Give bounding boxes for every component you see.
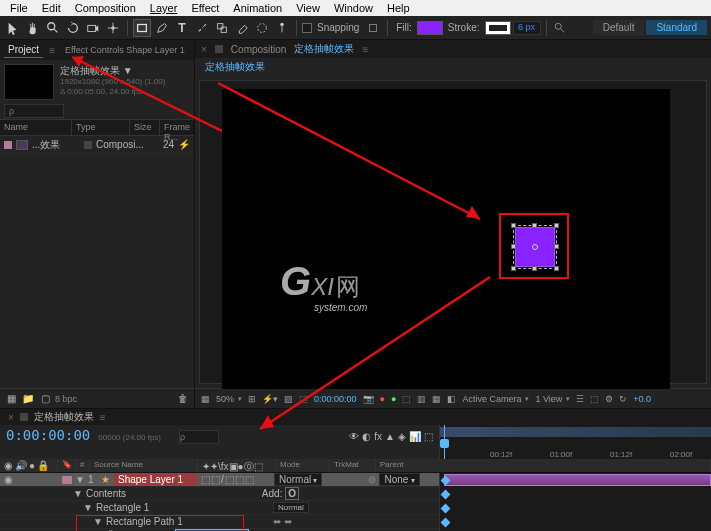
exposure-reset-icon[interactable]: ↻ — [619, 394, 627, 404]
rotate-tool-icon[interactable] — [64, 19, 82, 37]
hand-tool-icon[interactable] — [24, 19, 42, 37]
workspace-standard[interactable]: Standard — [646, 20, 707, 35]
eraser-tool-icon[interactable] — [233, 19, 251, 37]
menu-effect[interactable]: Effect — [185, 2, 225, 14]
contents-row[interactable]: ▼ Contents Add: O — [0, 487, 439, 501]
menu-file[interactable]: File — [4, 2, 34, 14]
channel-g-icon[interactable]: ● — [391, 394, 396, 404]
view-opt1-icon[interactable]: ☰ — [576, 394, 584, 404]
timeline-timecode[interactable]: 0:00:00:00 — [6, 427, 90, 443]
stroke-width-input[interactable]: 6 px — [513, 21, 541, 35]
guides-icon[interactable]: ▥ — [417, 394, 426, 404]
col-source[interactable]: Source Name — [90, 459, 198, 472]
layer-row[interactable]: ◉ ▼ 1 ★ Shape Layer 1 ⬚⬚/⬚⬚⬚ Normal ▾ ⊚ … — [0, 473, 439, 487]
rectpath1-row[interactable]: ▼ Rectangle Path 1 ⬌ ⬌ — [0, 515, 439, 529]
col-name[interactable]: Name — [0, 120, 72, 135]
stroke-swatch[interactable] — [485, 21, 511, 35]
camera-tool-icon[interactable] — [84, 19, 102, 37]
add-button[interactable]: Add: O — [262, 488, 299, 499]
roi-icon[interactable]: ⬚ — [402, 394, 411, 404]
grid-toggle-icon[interactable]: ▦ — [432, 394, 441, 404]
tl-3d-icon[interactable]: ◈ — [398, 431, 406, 442]
views-dropdown[interactable]: 1 View — [535, 394, 570, 404]
zoom-dropdown[interactable]: 50% — [216, 394, 242, 404]
view-opt3-icon[interactable]: ⚙ — [605, 394, 613, 404]
search-icon[interactable] — [552, 21, 568, 35]
svg-rect-8 — [221, 27, 226, 32]
col-size[interactable]: Size — [130, 120, 160, 135]
tl-aa-icon[interactable]: ▲ — [385, 431, 395, 442]
col-parent[interactable]: Parent — [376, 459, 711, 472]
grid-icon[interactable]: ▦ — [201, 394, 210, 404]
transparency-icon[interactable]: ▨ — [284, 394, 293, 404]
puppet-tool-icon[interactable] — [273, 19, 291, 37]
col-trkmat[interactable]: TrkMat — [330, 459, 376, 472]
pen-tool-icon[interactable] — [153, 19, 171, 37]
tl-adj-icon[interactable]: ⬚ — [424, 431, 433, 442]
tl-fx-icon[interactable]: fx — [374, 431, 382, 442]
workspace-default[interactable]: Default — [593, 20, 645, 35]
project-row[interactable]: ...效果 Composi... 24 ⚡ — [0, 136, 194, 154]
selection-tool-icon[interactable] — [4, 19, 22, 37]
tab-project[interactable]: Project — [4, 42, 43, 58]
zoom-tool-icon[interactable] — [44, 19, 62, 37]
layer-name[interactable]: Shape Layer 1 — [114, 474, 198, 485]
layer-duration-bar[interactable] — [444, 474, 711, 486]
viewer-breadcrumb[interactable]: 定格抽帧效果 — [195, 58, 711, 76]
menu-animation[interactable]: Animation — [227, 2, 288, 14]
tl-mb-icon[interactable]: ◐ — [362, 431, 371, 442]
anchor-tool-icon[interactable] — [104, 19, 122, 37]
tl-shy-icon[interactable]: 👁 — [349, 431, 359, 442]
snapping-checkbox[interactable] — [302, 23, 312, 33]
interpret-footage-icon[interactable]: ▦ — [4, 392, 18, 406]
snap-opt-icon[interactable] — [364, 19, 382, 37]
tab-effect-controls[interactable]: Effect Controls Shape Layer 1 — [61, 43, 189, 57]
roto-tool-icon[interactable] — [253, 19, 271, 37]
timeline-search-input[interactable] — [179, 430, 219, 444]
snapshot-icon[interactable]: 📷 — [363, 394, 374, 404]
menu-edit[interactable]: Edit — [36, 2, 67, 14]
layer-label-icon[interactable] — [62, 476, 72, 484]
col-frame[interactable]: Frame R... — [160, 120, 194, 135]
clone-tool-icon[interactable] — [213, 19, 231, 37]
col-mode[interactable]: Mode — [276, 459, 330, 472]
timeline-comp-tab[interactable]: 定格抽帧效果 — [34, 410, 94, 424]
menu-view[interactable]: View — [290, 2, 326, 14]
parent-dropdown[interactable]: None ▾ — [379, 473, 419, 486]
menu-help[interactable]: Help — [381, 2, 416, 14]
rectangle-tool-icon[interactable] — [133, 19, 151, 37]
tl-graph-icon[interactable]: 📊 — [409, 431, 421, 442]
timeline-ruler[interactable]: 00:12f 01:00f 01:12f 02:00f — [440, 425, 711, 459]
fast-preview-icon[interactable]: ⚡▾ — [262, 394, 278, 404]
new-folder-icon[interactable]: 📁 — [21, 392, 35, 406]
shape-layer-rect[interactable] — [515, 227, 555, 267]
fill-swatch[interactable] — [417, 21, 443, 35]
brush-tool-icon[interactable] — [193, 19, 211, 37]
menu-composition[interactable]: Composition — [69, 2, 142, 14]
timeline-tracks[interactable] — [440, 473, 711, 531]
viewer-timecode[interactable]: 0:00:00:00 — [314, 394, 357, 404]
menu-layer[interactable]: Layer — [144, 2, 184, 14]
res-dropdown[interactable]: ⊞ — [248, 394, 256, 404]
visibility-toggle-icon[interactable]: ◉ — [2, 474, 14, 485]
text-tool-icon[interactable]: T — [173, 19, 191, 37]
viewer-canvas[interactable]: GXI 网 system.com — [199, 80, 707, 384]
project-search-input[interactable] — [4, 104, 64, 118]
col-type[interactable]: Type — [72, 120, 130, 135]
toolbar: T Snapping Fill: Stroke: 6 px Default St… — [0, 16, 711, 40]
interpret-icon[interactable]: ⚡ — [178, 139, 190, 150]
pixel-aspect-icon[interactable]: ◧ — [447, 394, 456, 404]
mask-icon[interactable]: ⬚ — [299, 394, 308, 404]
exposure-value[interactable]: +0.0 — [633, 394, 651, 404]
view-opt2-icon[interactable]: ⬚ — [590, 394, 599, 404]
playhead[interactable] — [444, 425, 445, 459]
channel-r-icon[interactable]: ● — [380, 394, 385, 404]
bpc-label[interactable]: 8 bpc — [55, 394, 77, 404]
new-comp-icon[interactable]: ▢ — [38, 392, 52, 406]
rectangle1-row[interactable]: ▼ Rectangle 1 Normal — [0, 501, 439, 515]
menu-window[interactable]: Window — [328, 2, 379, 14]
blend-mode-dropdown[interactable]: Normal ▾ — [274, 473, 322, 486]
viewer-tab-compname[interactable]: 定格抽帧效果 — [294, 42, 354, 56]
trash-icon[interactable]: 🗑 — [176, 392, 190, 406]
camera-dropdown[interactable]: Active Camera — [462, 394, 529, 404]
